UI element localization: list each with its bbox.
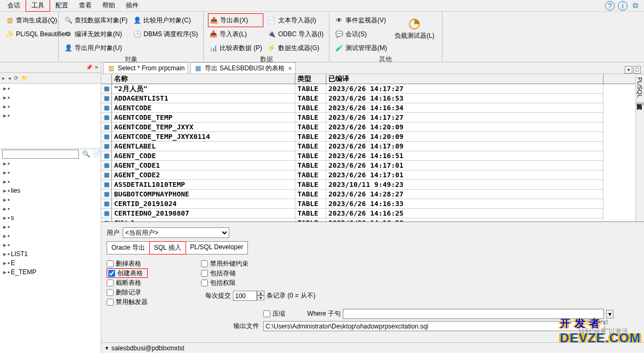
tree-item[interactable] [1, 159, 101, 168]
sessions-button[interactable]: 会话(S) [334, 27, 388, 41]
nav-back-icon[interactable] [2, 75, 5, 81]
tree-item[interactable] [1, 232, 101, 241]
checkbox-包括存储[interactable]: 包括存储 [201, 268, 316, 278]
table-row[interactable]: CERTIEDNO_20190807TABLE2023/6/26 14:16:2… [101, 209, 635, 218]
search-app-icon[interactable]: ⧉ [631, 1, 640, 11]
col-type[interactable]: 类型 [295, 74, 326, 84]
table-row[interactable]: AGENT_CODE2TABLE2023/6/26 14:17:01 [101, 170, 635, 180]
tree-item[interactable] [1, 84, 101, 93]
close-panel-icon[interactable]: ✕ [94, 64, 99, 70]
tab-oracle-export[interactable]: Oracle 导出 [107, 241, 150, 255]
gauge-icon [406, 14, 423, 31]
table-row[interactable]: AGENTLABELTABLE2023/6/26 14:17:09 [101, 142, 635, 151]
checkbox-删掉表格[interactable]: 删掉表格 [107, 259, 148, 268]
nav-fwd-icon[interactable] [8, 75, 11, 81]
checkbox-禁用触发器[interactable]: 禁用触发器 [107, 297, 148, 307]
checkbox-截断表格[interactable]: 截断表格 [107, 278, 148, 288]
tree-item[interactable]: E [1, 259, 101, 268]
tree-lower[interactable]: liessLIST1EE_TEMP [0, 159, 101, 354]
import-table-button[interactable]: 导入表(L) [208, 27, 263, 41]
export-table-button[interactable]: 导出表(X) [208, 13, 263, 27]
tree-item[interactable] [1, 204, 101, 214]
menu-plugin[interactable]: 插件 [120, 0, 144, 11]
checkbox-包括权限[interactable]: 包括权限 [201, 278, 316, 288]
menu-config[interactable]: 配置 [50, 0, 74, 11]
compare-user-obj-button[interactable]: 比较用户对象(C) [132, 13, 199, 27]
tree-search-input[interactable] [2, 150, 79, 159]
spin-up-icon[interactable]: ▲ [257, 291, 264, 295]
col-name[interactable]: 名称 [112, 74, 295, 84]
tab-plsql-dev[interactable]: PL/SQL Developer [186, 241, 248, 255]
dbms-scheduler-button[interactable]: DBMS 调度程序(S) [132, 27, 199, 41]
checkbox-创建表格[interactable]: 创建表格 [107, 268, 148, 278]
odbc-importer-button[interactable]: ODBC 导入器(I) [267, 27, 325, 41]
tree-item[interactable] [1, 93, 101, 102]
folder-icon[interactable]: 📁 [21, 75, 28, 81]
data-generator-button[interactable]: 数据生成器(G) [267, 41, 325, 55]
tree-item[interactable] [1, 195, 101, 204]
info-icon[interactable]: i [618, 1, 627, 11]
close-tab-icon[interactable]: ✕ [288, 65, 292, 71]
tree-item[interactable]: E_TEMP [1, 268, 101, 277]
text-importer-button[interactable]: 文本导入器(I) [267, 13, 325, 27]
editor-tabs: Select * From prpcmain 导出 SALESBDBUSI 的表… [101, 62, 644, 74]
tab-sql-query[interactable]: Select * From prpcmain [103, 62, 188, 73]
table-row[interactable]: AGENTCODE_TEMP_JXYXTABLE2023/6/26 14:20:… [101, 122, 635, 132]
refresh-icon[interactable]: ⟳ [14, 75, 18, 81]
new-doc-icon[interactable]: 📄 [93, 150, 101, 158]
tab-export-tables[interactable]: 导出 SALESBDBUSI 的表格 ✕ [190, 62, 296, 73]
help-icon[interactable]: ? [605, 1, 615, 11]
tree-item[interactable] [1, 111, 101, 120]
tree-item[interactable] [1, 177, 101, 186]
checkbox-禁用外键约束[interactable]: 禁用外键约束 [201, 259, 316, 268]
menu-help[interactable]: 帮助 [97, 0, 120, 11]
export-user-obj-button[interactable]: 导出用户对象(U) [63, 41, 128, 55]
table-row[interactable]: CHW 1TABLE2023/6/26 14:16:58 [101, 218, 635, 221]
tab-dropdown-icon[interactable]: ▾ [625, 66, 632, 73]
table-row[interactable]: AGENTCODETABLE2023/6/26 14:16:34 [101, 103, 635, 113]
search-go-icon[interactable]: 🔍 [82, 150, 90, 158]
table-row[interactable]: AGENT_CODE1TABLE2023/6/26 14:17:01 [101, 161, 635, 170]
col-compiled[interactable]: 已编译 [326, 74, 603, 84]
load-tester-button[interactable]: 负载测试器(L) [391, 13, 438, 55]
tree-item[interactable]: lies [1, 186, 101, 195]
output-file-input[interactable] [263, 321, 605, 331]
spin-down-icon[interactable]: ▼ [257, 295, 264, 300]
table-row[interactable]: AGENTCODE_TEMP_JXYX0114TABLE2023/6/26 14… [101, 132, 635, 142]
menu-tools[interactable]: 工具 [26, 0, 50, 12]
table-row[interactable]: ADDAGENTLIST1TABLE2023/6/26 14:16:53 [101, 94, 635, 103]
table-row[interactable]: "2月人员"TABLE2023/6/26 14:17:27 [101, 84, 635, 94]
menu-bar: 会话 工具 配置 查看 帮助 插件 ? i ⧉ [0, 0, 644, 12]
table-row[interactable]: AGENTCODE_TEMPTABLE2023/6/26 14:17:27 [101, 113, 635, 122]
user-select[interactable]: <当前用户> [123, 227, 229, 238]
table-row[interactable]: CERTID_20191024TABLE2023/6/26 14:16:33 [101, 199, 635, 209]
pin-icon[interactable]: 📌 [86, 64, 92, 70]
menu-session[interactable]: 会话 [2, 0, 26, 11]
compile-invalid-button[interactable]: 编译无效对象(N) [63, 27, 128, 41]
tree-item[interactable] [1, 168, 101, 177]
tree[interactable] [0, 84, 101, 149]
tree-item[interactable] [1, 102, 101, 111]
table-row[interactable]: ASSDETAIL1010TEMPTABLE2023/10/11 9:49:23 [101, 180, 635, 190]
tree-item[interactable]: LIST1 [1, 250, 101, 259]
checkbox-删除记录[interactable]: 删除记录 [107, 288, 148, 297]
compare-table-data-button[interactable]: 比较表数据 (P) [208, 41, 263, 55]
table-row[interactable]: BUGBOTCOMPNAYPHONETABLE2023/6/26 14:28:2… [101, 190, 635, 199]
commit-input[interactable] [233, 291, 257, 301]
tab-sql-insert[interactable]: SQL 插入 [149, 241, 186, 255]
session-icon [335, 30, 343, 38]
find-db-obj-button[interactable]: 查找数据库对象(F) [63, 13, 128, 27]
status-arrow-icon[interactable]: ▼ [104, 346, 109, 351]
table-row[interactable]: AGENT_CODETABLE2023/6/26 14:16:51 [101, 151, 635, 161]
sql-tab-icon [107, 64, 115, 72]
compress-checkbox[interactable]: 压缩 [263, 309, 285, 319]
tab-max-icon[interactable]: ☐ [633, 66, 641, 73]
clipboard-sidebar[interactable]: PL/SQL 剪贴板 [635, 74, 644, 102]
tree-item[interactable] [1, 241, 101, 250]
menu-view[interactable]: 查看 [74, 0, 97, 11]
tree-item[interactable]: s [1, 214, 101, 223]
import-icon [209, 30, 218, 38]
test-manager-button[interactable]: 测试管理器(M) [334, 41, 388, 55]
tree-item[interactable] [1, 223, 101, 232]
event-monitor-button[interactable]: 事件监视器(V) [334, 13, 388, 27]
